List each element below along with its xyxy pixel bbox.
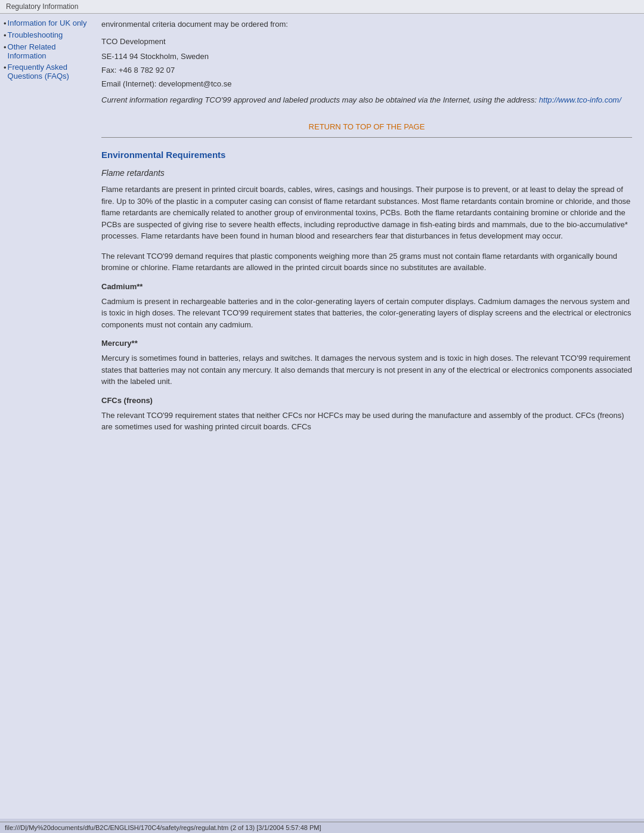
main-container: • Information for UK only • Troubleshoot…: [0, 14, 644, 819]
sidebar: • Information for UK only • Troubleshoot…: [0, 14, 95, 819]
flame-body-2: The relevant TCO'99 demand requires that…: [101, 250, 632, 274]
mercury-body: Mercury is sometimes found in batteries,…: [101, 352, 632, 388]
italic-note: Current information regarding TCO'99 app…: [101, 95, 632, 104]
sidebar-link-faqs[interactable]: Frequently Asked Questions (FAQs): [8, 63, 92, 80]
sidebar-link-troubleshooting[interactable]: Troubleshooting: [8, 30, 63, 39]
email-line: Email (Internet): development@tco.se: [101, 79, 632, 88]
fax-line: Fax: +46 8 782 92 07: [101, 66, 632, 75]
cadmium-title: Cadmium**: [101, 282, 632, 291]
sidebar-item-troubleshooting: • Troubleshooting: [4, 30, 92, 41]
org-name: TCO Development: [101, 37, 632, 46]
flame-body-1: Flame retardants are present in printed …: [101, 184, 632, 242]
sidebar-item-other-related: • Other Related Information: [4, 42, 92, 61]
cadmium-body: Cadmium is present in rechargeable batte…: [101, 296, 632, 331]
subsection-flame-title: Flame retardants: [101, 168, 632, 178]
return-to-top-link[interactable]: RETURN TO TOP OF THE PAGE: [309, 122, 425, 131]
top-bar-title: Regulatory Information: [6, 2, 78, 11]
sidebar-item-faqs: • Frequently Asked Questions (FAQs): [4, 63, 92, 82]
section-divider: [101, 137, 632, 138]
bullet-dot-3: •: [4, 42, 7, 53]
section-title: Environmental Requirements: [101, 150, 632, 160]
cfcs-body: The relevant TCO'99 requirement states t…: [101, 410, 632, 433]
top-bar: Regulatory Information: [0, 0, 644, 14]
address-line: SE-114 94 Stockholm, Sweden: [101, 52, 632, 61]
bullet-dot-2: •: [4, 30, 7, 41]
bullet-dot-4: •: [4, 63, 7, 73]
bullet-dot-1: •: [4, 18, 7, 29]
tco-url-link[interactable]: http://www.tco-info.com/: [539, 95, 621, 104]
intro-text: environmental criteria document may be o…: [101, 20, 632, 29]
sidebar-item-info-uk: • Information for UK only: [4, 18, 92, 29]
cfcs-title: CFCs (freons): [101, 396, 632, 405]
sidebar-link-other-related[interactable]: Other Related Information: [8, 42, 92, 60]
italic-note-text: Current information regarding TCO'99 app…: [101, 95, 539, 104]
return-link-container: RETURN TO TOP OF THE PAGE: [101, 122, 632, 131]
mercury-title: Mercury**: [101, 339, 632, 348]
sidebar-link-info-uk[interactable]: Information for UK only: [8, 18, 87, 27]
content-area: environmental criteria document may be o…: [95, 14, 644, 819]
